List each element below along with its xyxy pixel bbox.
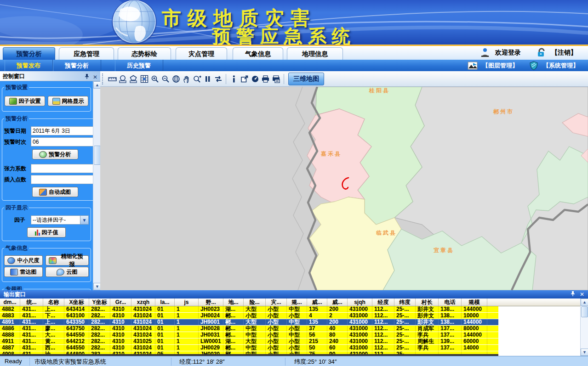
full-extent-globe-icon[interactable] xyxy=(171,73,181,84)
column-header[interactable]: 灾... xyxy=(266,298,287,306)
column-header[interactable]: js xyxy=(175,298,199,306)
column-header[interactable]: 电话 xyxy=(439,298,462,306)
scroll-down-icon[interactable]: ▼ xyxy=(581,349,588,356)
table-row[interactable]: 4888431...大...644550282...4310431024011J… xyxy=(0,332,498,338)
column-header[interactable]: la... xyxy=(155,298,175,306)
measure-distance-icon[interactable] xyxy=(107,73,118,84)
table-cell: 138... xyxy=(439,306,462,312)
measure-circle-icon[interactable] xyxy=(118,73,128,84)
group-warning-analysis: 预警分析 预警日期 2011年 6月 3日 ▼ 预警时次 06 ▼ 预警分析 xyxy=(2,115,108,201)
tab-emergency-management[interactable]: 应急管理 xyxy=(59,47,114,60)
tab-disaster-points[interactable]: 灾点管理 xyxy=(176,47,227,60)
cloud-button[interactable]: 云图 xyxy=(46,267,89,277)
table-cell: 200 xyxy=(327,319,348,325)
column-header[interactable]: dm... xyxy=(0,298,20,306)
map-canvas[interactable]: 桂阳县 郴州市 嘉禾县 临武县 宜章县 xyxy=(100,87,588,290)
column-header[interactable]: 野... xyxy=(199,298,223,306)
export-icon[interactable] xyxy=(239,73,250,84)
close-icon[interactable]: ✕ xyxy=(93,72,97,82)
column-header[interactable]: Gr... xyxy=(110,298,131,306)
close-icon[interactable]: ✕ xyxy=(580,290,584,298)
factor-dropdown[interactable]: --请选择因子- ▼ xyxy=(31,215,89,225)
small-scale-button[interactable]: 中小尺度 xyxy=(4,255,43,265)
map3d-button[interactable]: 三维地图 xyxy=(288,73,324,85)
column-header[interactable]: 经度 xyxy=(372,298,394,306)
table-cell: 小型 xyxy=(266,306,287,312)
compass-icon xyxy=(7,257,15,264)
pin-icon[interactable] xyxy=(571,290,575,298)
auto-map-button[interactable]: 自动成图 xyxy=(32,187,78,197)
radar-button[interactable]: 雷达图 xyxy=(4,267,43,277)
pan-hand-icon[interactable] xyxy=(181,73,192,84)
column-header[interactable]: 威... xyxy=(307,298,327,306)
column-header[interactable]: 威... xyxy=(327,298,348,306)
table-row[interactable]: 4883431...下...643100282...4310431024011J… xyxy=(0,313,498,319)
table-cell: 215 xyxy=(307,338,327,344)
subtab-warning-publish[interactable]: 预警发布 xyxy=(5,60,53,71)
tab-weather-info[interactable]: 气象信息 xyxy=(233,47,283,60)
layer-manager-link[interactable]: 【图层管理】 xyxy=(482,62,518,70)
subtab-history-warning[interactable]: 历史预警 xyxy=(115,60,163,71)
table-scrollbar[interactable]: ▲ ▼ xyxy=(580,298,588,356)
user-login-icon xyxy=(480,48,491,58)
chevron-down-icon[interactable]: ▼ xyxy=(80,216,88,224)
column-header[interactable]: 规... xyxy=(287,298,307,306)
measure-polygon-icon[interactable] xyxy=(128,73,139,84)
refined-forecast-button[interactable]: 精细化预报 xyxy=(46,255,89,265)
table-cell: 112... xyxy=(372,326,394,332)
zoom-out-icon[interactable] xyxy=(160,73,171,84)
gauge-icon[interactable] xyxy=(250,73,260,84)
table-row[interactable]: 4887431...西...644550282...4310431024011J… xyxy=(0,345,498,351)
column-header[interactable]: 规模 xyxy=(462,298,487,306)
column-header[interactable]: xzqh xyxy=(131,298,155,306)
column-header[interactable]: 地... xyxy=(223,298,244,306)
tab-geographic-info[interactable]: 地理信息 xyxy=(287,47,343,60)
welcome-login-link[interactable]: 欢迎登录 xyxy=(495,49,521,57)
table-cell: 25-... xyxy=(394,332,416,338)
grid-display-icon xyxy=(52,98,60,105)
subtab-warning-analysis[interactable]: 预警分析 xyxy=(53,60,101,71)
table-cell: 144000 xyxy=(462,306,487,312)
grid-icon[interactable] xyxy=(139,73,149,84)
column-header[interactable]: 纬度 xyxy=(394,298,416,306)
table-cell: 112... xyxy=(372,345,394,351)
logout-link[interactable]: 【注销】 xyxy=(551,49,577,57)
column-header[interactable]: 统... xyxy=(20,298,43,306)
scrollbar-thumb[interactable] xyxy=(94,146,101,165)
tab-warning-analysis[interactable]: 预警分析 xyxy=(3,47,55,60)
pause-icon[interactable] xyxy=(202,73,213,84)
column-header[interactable]: 名称 xyxy=(43,298,64,306)
zoom-selection-icon[interactable] xyxy=(192,73,202,84)
table-cell: 4887 xyxy=(0,345,20,351)
swap-arrows-icon[interactable] xyxy=(213,73,223,84)
zoom-in-icon[interactable] xyxy=(149,73,160,84)
table-cell: 小型 xyxy=(244,313,266,319)
table-cell: 4911 xyxy=(0,338,20,344)
analyze-button[interactable]: 预警分析 xyxy=(32,149,78,159)
table-cell: 431000 xyxy=(348,313,372,319)
table-row[interactable]: 4886431...廖...643750282...4310431024011J… xyxy=(0,326,498,332)
table-row[interactable]: 4891431...上...643350282...4310431024011J… xyxy=(0,319,498,326)
column-header[interactable]: Y坐标 xyxy=(89,298,110,306)
column-header[interactable]: 险... xyxy=(244,298,266,306)
table-row[interactable]: 4882431...上...643414282...4310431024011J… xyxy=(0,306,498,313)
tab-situation-plotting[interactable]: 态势标绘 xyxy=(118,47,171,60)
table-cell: 1 xyxy=(175,313,199,319)
identify-info-icon[interactable] xyxy=(228,73,239,84)
column-header[interactable]: sjqh xyxy=(348,298,372,306)
grid-display-button[interactable]: 网格显示 xyxy=(48,96,88,106)
system-manager-link[interactable]: 【系统管理】 xyxy=(543,62,579,70)
column-header[interactable]: X坐标 xyxy=(64,298,89,306)
scrollbar-thumb[interactable] xyxy=(581,306,588,317)
factor-value-button[interactable]: 因子值 xyxy=(27,227,66,237)
print-preview-icon[interactable] xyxy=(271,73,281,84)
print-icon[interactable] xyxy=(260,73,271,84)
table-cell: 431000 xyxy=(348,338,372,344)
toolbar-grip[interactable] xyxy=(102,73,105,84)
pin-icon[interactable] xyxy=(85,72,89,82)
panel-scrollbar[interactable]: ▲ ▼ xyxy=(93,81,101,290)
factor-settings-button[interactable]: 因子设置 xyxy=(5,96,45,106)
table-row[interactable]: 4911431...黄...644212282...4310431025011L… xyxy=(0,338,498,345)
column-header[interactable]: 村长 xyxy=(416,298,439,306)
scroll-up-icon[interactable]: ▲ xyxy=(581,298,588,306)
